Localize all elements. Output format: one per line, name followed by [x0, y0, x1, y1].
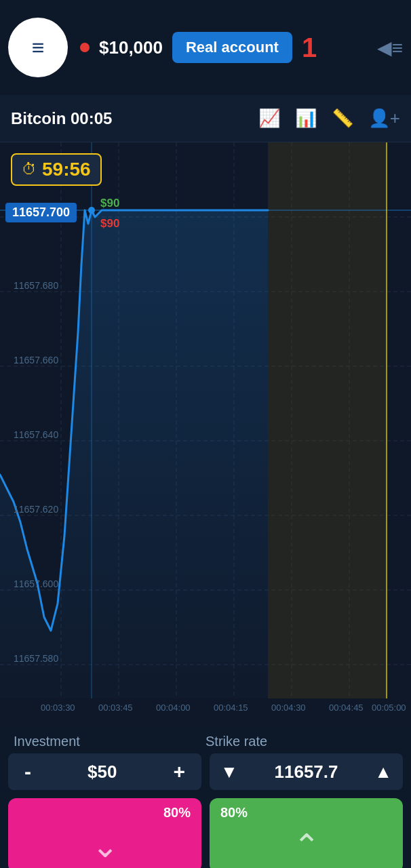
svg-text:00:04:30: 00:04:30: [271, 703, 306, 713]
buy-button[interactable]: 80% ⌃: [210, 798, 403, 868]
sell-arrow-icon: ⌄: [92, 827, 119, 865]
controls-labels: Investment Strike rate: [0, 726, 411, 753]
add-user-icon[interactable]: 👤+: [368, 108, 400, 129]
svg-text:11657.660: 11657.660: [14, 355, 58, 366]
timer-text: 59:56: [42, 159, 91, 180]
asset-name[interactable]: Bitcoin 00:05: [11, 109, 258, 128]
line-chart-icon[interactable]: 📈: [258, 108, 280, 129]
header-mid: $10,000 Real account 1: [80, 32, 377, 63]
real-account-button[interactable]: Real account: [172, 32, 292, 63]
strike-down-button[interactable]: ▼: [220, 762, 238, 783]
svg-text:$90: $90: [100, 217, 119, 230]
svg-text:11657.680: 11657.680: [14, 280, 58, 291]
strike-up-button[interactable]: ▲: [374, 762, 392, 783]
buy-percentage: 80%: [220, 805, 248, 821]
timer-icon: ⏱: [22, 161, 37, 178]
investment-label: Investment: [14, 734, 206, 749]
strike-label: Strike rate: [206, 734, 397, 749]
hamburger-icon: ≡: [32, 37, 45, 58]
svg-text:11657.580: 11657.580: [14, 653, 58, 664]
candlestick-icon[interactable]: 📊: [295, 108, 317, 129]
svg-point-35: [88, 207, 95, 214]
svg-text:00:04:15: 00:04:15: [214, 703, 248, 713]
svg-text:11657.620: 11657.620: [14, 504, 58, 515]
buy-arrow-icon: ⌃: [293, 827, 320, 865]
timer-box: ⏱ 59:56: [11, 153, 102, 186]
trade-buttons: 80% ⌄ 80% ⌃: [8, 798, 403, 868]
balance-dot: [80, 43, 90, 52]
header: ≡ $10,000 Real account 1 ◀≡: [0, 0, 411, 95]
balance-text: $10,000: [99, 37, 163, 58]
investment-value: $50: [43, 762, 161, 783]
logo[interactable]: ≡: [8, 18, 68, 77]
chart-container: 11657.700 11657.680 11657.660 11657.640 …: [0, 142, 411, 726]
chart-svg: 11657.700 11657.680 11657.660 11657.640 …: [0, 142, 411, 726]
ruler-icon[interactable]: 📏: [332, 108, 353, 129]
sell-button[interactable]: 80% ⌄: [8, 798, 201, 868]
strike-value: 11657.7: [245, 762, 368, 783]
investment-minus-button[interactable]: -: [19, 760, 37, 783]
svg-text:$90: $90: [100, 197, 119, 210]
notification-number: 1: [302, 33, 317, 63]
strike-box: ▼ 11657.7 ▲: [210, 753, 403, 790]
current-price-label: 11657.700: [5, 203, 77, 222]
svg-text:00:03:30: 00:03:30: [41, 703, 75, 713]
svg-text:00:04:00: 00:04:00: [156, 703, 191, 713]
svg-rect-15: [268, 142, 387, 698]
svg-text:00:05:00: 00:05:00: [372, 703, 406, 713]
investment-plus-button[interactable]: +: [168, 760, 191, 783]
controls-inputs: - $50 + ▼ 11657.7 ▲: [0, 753, 411, 790]
controls-area: Investment Strike rate - $50 + ▼ 11657.7…: [0, 726, 411, 868]
sell-percentage: 80%: [163, 805, 191, 821]
toolbar: Bitcoin 00:05 📈 📊 📏 👤+: [0, 95, 411, 142]
toolbar-icons: 📈 📊 📏 👤+: [258, 108, 400, 129]
svg-text:11657.600: 11657.600: [14, 578, 58, 589]
svg-text:11657.640: 11657.640: [14, 429, 58, 440]
investment-box: - $50 +: [8, 753, 201, 790]
menu-icon[interactable]: ◀≡: [377, 37, 403, 59]
svg-text:00:03:45: 00:03:45: [98, 703, 133, 713]
svg-text:00:04:45: 00:04:45: [329, 703, 364, 713]
